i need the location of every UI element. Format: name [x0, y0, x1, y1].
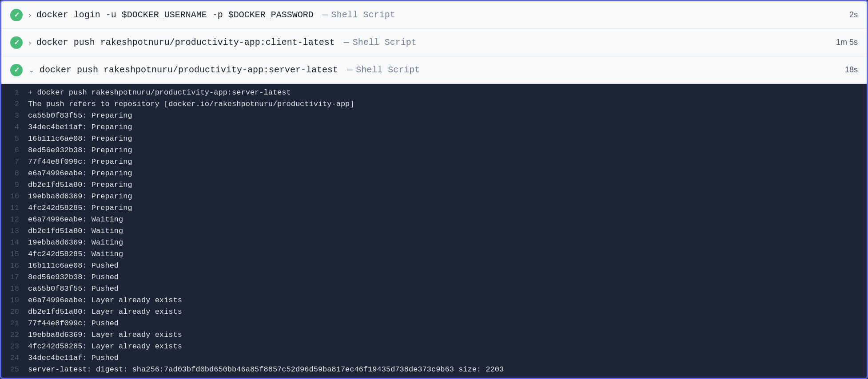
- terminal-line: 3ca55b0f83f55: Preparing: [1, 111, 867, 122]
- line-number: 22: [1, 331, 28, 339]
- line-content: 8ed56e932b38: Preparing: [28, 146, 132, 154]
- terminal-line: 19e6a74996eabe: Layer already exists: [1, 295, 867, 307]
- line-number: 17: [1, 273, 28, 281]
- line-content: 16b111c6ae08: Preparing: [28, 134, 132, 143]
- line-content: 4fc242d58285: Waiting: [28, 250, 123, 258]
- line-content: + docker push rakeshpotnuru/productivity…: [28, 88, 291, 97]
- line-number: 6: [1, 146, 28, 154]
- terminal-line: 12e6a74996eabe: Waiting: [1, 214, 867, 226]
- step-row-2[interactable]: ›docker push rakeshpotnuru/productivity-…: [1, 29, 867, 56]
- line-number: 25: [1, 365, 28, 374]
- step-duration-1: 2s: [849, 10, 858, 20]
- terminal-line: 1+ docker push rakeshpotnuru/productivit…: [1, 87, 867, 99]
- step-duration-3: 18s: [845, 65, 858, 75]
- line-content: 34dec4be11af: Pushed: [28, 354, 119, 362]
- line-content: 77f44e8f099c: Preparing: [28, 158, 132, 166]
- line-number: 8: [1, 169, 28, 178]
- line-number: 24: [1, 354, 28, 362]
- line-number: 10: [1, 192, 28, 201]
- terminal-output: 1+ docker push rakeshpotnuru/productivit…: [1, 84, 867, 378]
- line-number: 20: [1, 308, 28, 316]
- line-number: 19: [1, 296, 28, 304]
- step-row-1[interactable]: ›docker login -u $DOCKER_USERNAME -p $DO…: [1, 1, 867, 29]
- line-content: ca55b0f83f55: Pushed: [28, 284, 119, 293]
- line-content: db2e1fd51a80: Preparing: [28, 181, 132, 189]
- step-duration-2: 1m 5s: [836, 38, 858, 47]
- line-content: db2e1fd51a80: Waiting: [28, 227, 123, 235]
- terminal-line: 2The push refers to repository [docker.i…: [1, 99, 867, 111]
- terminal-line: 178ed56e932b38: Pushed: [1, 272, 867, 284]
- chevron-icon-1: ›: [29, 12, 31, 19]
- line-number: 16: [1, 261, 28, 270]
- line-content: 19ebba8d6369: Waiting: [28, 238, 123, 247]
- terminal-line: 18ca55b0f83f55: Pushed: [1, 284, 867, 295]
- line-content: 8ed56e932b38: Pushed: [28, 273, 119, 281]
- terminal-line: 434dec4be11af: Preparing: [1, 122, 867, 134]
- terminal-line: 516b111c6ae08: Preparing: [1, 134, 867, 145]
- step-label-3: docker push rakeshpotnuru/productivity-a…: [40, 65, 836, 75]
- terminal-line: 8e6a74996eabe: Preparing: [1, 168, 867, 180]
- line-number: 18: [1, 284, 28, 293]
- line-number: 7: [1, 158, 28, 166]
- chevron-icon-3: ⌄: [29, 67, 34, 74]
- line-content: server-latest: digest: sha256:7ad03bfd0b…: [28, 365, 504, 374]
- ci-pipeline-container: ›docker login -u $DOCKER_USERNAME -p $DO…: [0, 0, 868, 379]
- terminal-line: 2219ebba8d6369: Layer already exists: [1, 330, 867, 341]
- terminal-line: 154fc242d58285: Waiting: [1, 249, 867, 261]
- line-content: db2e1fd51a80: Layer already exists: [28, 308, 182, 316]
- terminal-line: 1616b111c6ae08: Pushed: [1, 261, 867, 272]
- line-content: 19ebba8d6369: Layer already exists: [28, 331, 182, 339]
- terminal-line: 13db2e1fd51a80: Waiting: [1, 226, 867, 237]
- terminal-line: 25server-latest: digest: sha256:7ad03bfd…: [1, 364, 867, 376]
- line-number: 14: [1, 238, 28, 247]
- line-content: The push refers to repository [docker.io…: [28, 100, 354, 108]
- line-content: 34dec4be11af: Preparing: [28, 123, 132, 131]
- line-number: 15: [1, 250, 28, 258]
- line-number: 9: [1, 181, 28, 189]
- terminal-line: 234fc242d58285: Layer already exists: [1, 341, 867, 353]
- step-label-2: docker push rakeshpotnuru/productivity-a…: [36, 37, 827, 47]
- line-number: 5: [1, 134, 28, 143]
- line-content: e6a74996eabe: Layer already exists: [28, 296, 182, 304]
- line-number: 11: [1, 204, 28, 212]
- line-content: e6a74996eabe: Waiting: [28, 215, 123, 224]
- line-content: 77f44e8f099c: Pushed: [28, 319, 119, 328]
- terminal-line: 2434dec4be11af: Pushed: [1, 353, 867, 364]
- line-content: ca55b0f83f55: Preparing: [28, 111, 132, 120]
- line-content: 16b111c6ae08: Pushed: [28, 261, 119, 270]
- check-icon-1: [10, 9, 23, 21]
- line-number: 2: [1, 100, 28, 108]
- terminal-line: 9db2e1fd51a80: Preparing: [1, 180, 867, 191]
- terminal-line: 2177f44e8f099c: Pushed: [1, 318, 867, 330]
- line-number: 1: [1, 88, 28, 97]
- terminal-line: 114fc242d58285: Preparing: [1, 203, 867, 214]
- terminal-line: 1419ebba8d6369: Waiting: [1, 237, 867, 249]
- line-number: 12: [1, 215, 28, 224]
- step-row-3[interactable]: ⌄docker push rakeshpotnuru/productivity-…: [1, 56, 867, 84]
- terminal-line: 20db2e1fd51a80: Layer already exists: [1, 307, 867, 318]
- line-number: 4: [1, 123, 28, 131]
- check-icon-3: [10, 64, 23, 76]
- line-content: 19ebba8d6369: Preparing: [28, 192, 132, 201]
- line-number: 13: [1, 227, 28, 235]
- line-number: 21: [1, 319, 28, 328]
- terminal-line: 777f44e8f099c: Preparing: [1, 157, 867, 168]
- terminal-line: 1019ebba8d6369: Preparing: [1, 191, 867, 203]
- line-number: 3: [1, 111, 28, 120]
- line-content: e6a74996eabe: Preparing: [28, 169, 132, 178]
- chevron-icon-2: ›: [29, 39, 31, 46]
- check-icon-2: [10, 36, 23, 49]
- line-content: 4fc242d58285: Layer already exists: [28, 342, 182, 351]
- terminal-line: 68ed56e932b38: Preparing: [1, 145, 867, 157]
- line-number: 23: [1, 342, 28, 351]
- line-content: 4fc242d58285: Preparing: [28, 204, 132, 212]
- step-label-1: docker login -u $DOCKER_USERNAME -p $DOC…: [36, 10, 840, 20]
